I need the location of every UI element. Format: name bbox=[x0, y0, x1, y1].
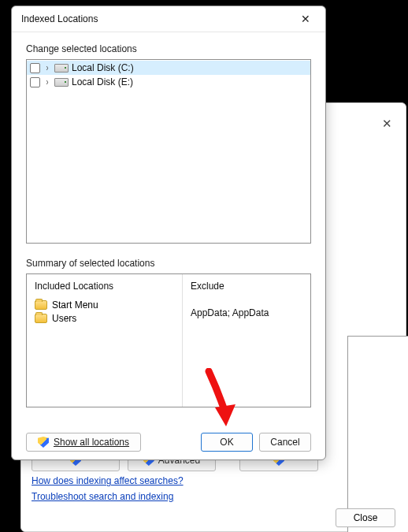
shield-icon bbox=[38, 437, 49, 448]
ok-label: OK bbox=[220, 437, 233, 448]
exclude-text: AppData; AppData bbox=[191, 307, 269, 318]
drive-icon bbox=[54, 78, 69, 87]
cancel-button[interactable]: Cancel bbox=[259, 433, 311, 452]
included-column: Included Locations Start Menu Users bbox=[27, 274, 183, 407]
locations-tree[interactable]: › Local Disk (C:) › Local Disk (E:) bbox=[26, 59, 311, 244]
included-item-label: Users bbox=[52, 313, 76, 324]
close-icon: ✕ bbox=[301, 13, 310, 25]
titlebar: Indexed Locations ✕ bbox=[12, 6, 325, 32]
show-all-locations-button[interactable]: Show all locations bbox=[26, 433, 141, 452]
parent-close-footer-label: Close bbox=[354, 512, 378, 523]
summary-panel: Included Locations Start Menu Users Excl… bbox=[26, 273, 311, 407]
exclude-header: Exclude bbox=[191, 281, 269, 292]
tree-row-label: Local Disk (E:) bbox=[72, 76, 133, 87]
show-all-locations-label: Show all locations bbox=[54, 437, 129, 448]
link-troubleshoot[interactable]: Troubleshoot search and indexing bbox=[32, 491, 184, 502]
folder-icon bbox=[35, 314, 47, 323]
folder-icon bbox=[35, 300, 47, 310]
tree-row-label: Local Disk (C:) bbox=[72, 62, 134, 73]
included-item-label: Start Menu bbox=[52, 299, 98, 311]
close-button[interactable]: ✕ bbox=[292, 8, 319, 30]
link-how-indexing[interactable]: How does indexing affect searches? bbox=[32, 475, 184, 486]
change-locations-label: Change selected locations bbox=[26, 43, 311, 54]
ok-button[interactable]: OK bbox=[201, 433, 253, 452]
parent-close-button[interactable]: ✕ bbox=[377, 114, 396, 133]
summary-label: Summary of selected locations bbox=[26, 258, 311, 269]
chevron-right-icon[interactable]: › bbox=[44, 77, 50, 87]
checkbox[interactable] bbox=[30, 63, 40, 73]
cancel-label: Cancel bbox=[270, 437, 299, 448]
dialog-button-row: Show all locations OK Cancel bbox=[26, 433, 311, 452]
list-item[interactable]: Start Menu bbox=[35, 299, 174, 311]
exclude-column: Exclude AppData; AppData bbox=[183, 274, 276, 407]
parent-close-footer-button[interactable]: Close bbox=[336, 508, 395, 527]
parent-panel bbox=[347, 336, 408, 532]
included-header: Included Locations bbox=[35, 281, 174, 292]
chevron-right-icon[interactable]: › bbox=[44, 63, 50, 73]
dialog-body: Change selected locations › Local Disk (… bbox=[12, 32, 325, 459]
tree-row[interactable]: › Local Disk (C:) bbox=[27, 61, 310, 75]
indexed-locations-dialog: Indexed Locations ✕ Change selected loca… bbox=[11, 6, 326, 460]
tree-row[interactable]: › Local Disk (E:) bbox=[27, 75, 310, 89]
parent-links: How does indexing affect searches? Troub… bbox=[32, 475, 184, 502]
checkbox[interactable] bbox=[30, 77, 40, 87]
drive-icon bbox=[54, 64, 69, 73]
dialog-title: Indexed Locations bbox=[21, 13, 98, 24]
list-item[interactable]: Users bbox=[35, 313, 174, 324]
